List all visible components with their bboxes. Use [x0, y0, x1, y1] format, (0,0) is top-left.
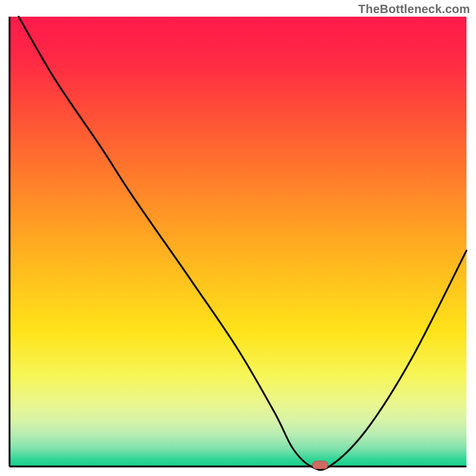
bottleneck-chart: [0, 0, 476, 476]
chart-container: TheBottleneck.com: [0, 0, 476, 476]
watermark-text: TheBottleneck.com: [358, 2, 470, 16]
optimal-marker: [312, 461, 328, 469]
gradient-background: [10, 17, 466, 466]
